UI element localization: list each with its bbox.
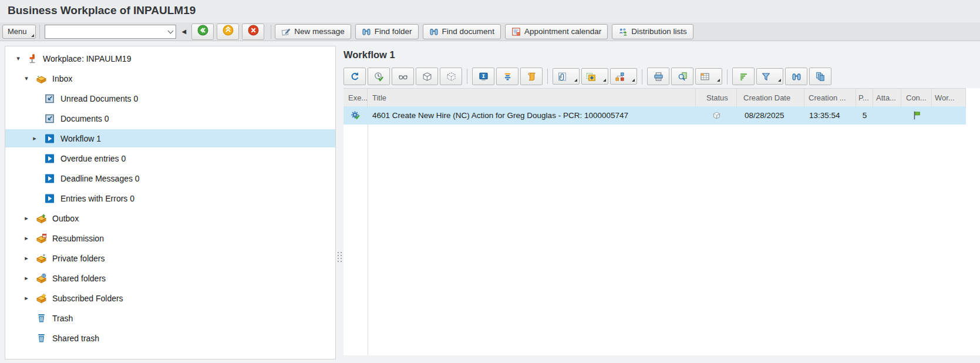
- tree-item[interactable]: Entries with Errors 0: [5, 189, 335, 207]
- tree-item[interactable]: Trash: [5, 309, 335, 327]
- cancel-button[interactable]: [242, 23, 264, 40]
- expand-arrow-icon[interactable]: ▸: [23, 254, 30, 262]
- display-work-item-button[interactable]: [392, 68, 414, 85]
- confirm-cell: [901, 106, 932, 125]
- priority-cell: 5: [856, 106, 873, 125]
- distribution-lists-button[interactable]: Distribution lists: [612, 24, 693, 39]
- print-button[interactable]: [647, 68, 669, 85]
- column-header[interactable]: Creation ...: [804, 89, 856, 106]
- executable-cell[interactable]: [343, 106, 368, 125]
- create-attachment-button[interactable]: [581, 68, 608, 85]
- tree-item[interactable]: Unread Documents 0: [5, 89, 335, 107]
- expand-arrow-icon[interactable]: ▸: [23, 274, 30, 282]
- window-title-bar: Business Workplace of INPAULM19: [0, 0, 980, 22]
- attachment-button[interactable]: [553, 68, 580, 85]
- column-header[interactable]: Title: [368, 89, 696, 106]
- dropdown-arrow-icon[interactable]: [778, 79, 781, 82]
- dropdown-arrow-icon[interactable]: [717, 79, 720, 82]
- tree-item-label: Shared trash: [52, 334, 99, 343]
- find-button[interactable]: [785, 68, 807, 85]
- tree-item[interactable]: ▸ Workflow 1: [5, 129, 335, 147]
- tree-item[interactable]: ▾ Workplace: INPAULM19: [5, 49, 335, 68]
- execute-check-icon[interactable]: [351, 110, 361, 120]
- execute-work-item-icon: [374, 72, 384, 82]
- tree-item-label: Inbox: [52, 74, 72, 83]
- expand-arrow-icon[interactable]: ▾: [15, 55, 22, 62]
- filter-icon: [761, 72, 771, 82]
- expand-arrow-icon[interactable]: ▸: [23, 234, 30, 242]
- panel-splitter[interactable]: [336, 42, 343, 359]
- tree-item[interactable]: ▸ Outbox: [5, 209, 335, 227]
- work-item-display-button[interactable]: [472, 68, 494, 85]
- work-item-row[interactable]: 4601 Create New Hire (NC) Action for Gre…: [343, 106, 966, 125]
- command-input[interactable]: [45, 27, 166, 36]
- expand-arrow-icon[interactable]: ▸: [23, 294, 30, 302]
- print-preview-button[interactable]: [671, 68, 693, 85]
- column-header[interactable]: Atta...: [873, 89, 901, 106]
- outbox-icon: [36, 213, 48, 224]
- workflow-log-button[interactable]: [520, 68, 543, 85]
- tree-item[interactable]: Overdue entries 0: [5, 149, 335, 167]
- expand-arrow-icon[interactable]: ▸: [23, 214, 30, 222]
- dropdown-arrow-icon[interactable]: [603, 79, 606, 82]
- status-cell: [696, 106, 737, 125]
- expand-arrow-icon[interactable]: ▸: [31, 135, 38, 142]
- workflow-log-icon: [527, 72, 537, 82]
- tree-item[interactable]: ▾ Inbox: [5, 69, 335, 88]
- command-combobox[interactable]: [45, 25, 176, 39]
- work-item-title: 4601 Create New Hire (NC) Action for Gre…: [372, 111, 628, 120]
- work-item-display-icon: [479, 72, 489, 82]
- views-button[interactable]: [809, 68, 831, 85]
- sort-button[interactable]: [732, 68, 755, 85]
- find-folder-icon: [362, 27, 371, 36]
- title-cell[interactable]: 4601 Create New Hire (NC) Action for Gre…: [368, 106, 696, 125]
- chevron-down-icon[interactable]: [166, 27, 176, 36]
- workflow-icon: [44, 193, 56, 204]
- tree-item-label: Workflow 1: [60, 134, 101, 143]
- find-folder-button[interactable]: Find folder: [355, 24, 419, 39]
- column-header[interactable]: Con...: [901, 89, 932, 106]
- tree-item[interactable]: ▸ Private folders: [5, 249, 335, 267]
- sort-priority-button[interactable]: [496, 68, 518, 85]
- find-document-button[interactable]: Find document: [423, 24, 501, 39]
- column-header[interactable]: P...: [856, 89, 873, 106]
- tree-item-label: Documents 0: [60, 114, 109, 123]
- back-icon: [197, 25, 208, 38]
- dropdown-arrow-icon[interactable]: [574, 79, 577, 82]
- exit-button[interactable]: [217, 23, 239, 40]
- tree-item[interactable]: ▸ 12 Resubmission: [5, 229, 335, 247]
- filter-button[interactable]: [756, 68, 783, 85]
- table-view-icon: [700, 72, 710, 82]
- resubmission-icon: 12: [36, 233, 48, 244]
- tree-item-label: Unread Documents 0: [60, 94, 138, 103]
- tree-item[interactable]: ▸ Shared folders: [5, 269, 335, 287]
- unread-documents-icon: [44, 93, 56, 104]
- tree-item[interactable]: Deadline Messages 0: [5, 169, 335, 187]
- column-header[interactable]: Wor...: [932, 89, 966, 106]
- dropdown-arrow-icon[interactable]: [632, 79, 635, 82]
- tree-item-label: Private folders: [52, 254, 105, 263]
- column-divider: [368, 88, 368, 355]
- column-header[interactable]: Status: [696, 89, 737, 106]
- tree-item[interactable]: ▸ Subscribed Folders: [5, 289, 335, 307]
- tree-item[interactable]: Shared trash: [5, 329, 335, 347]
- appointment-calendar-icon: 12: [511, 27, 521, 36]
- column-header[interactable]: Creation Date: [737, 89, 804, 106]
- expand-arrow-icon[interactable]: ▾: [23, 75, 30, 82]
- execute-work-item-button[interactable]: [368, 68, 390, 85]
- refresh-button[interactable]: [343, 68, 366, 85]
- tree-item[interactable]: Documents 0: [5, 109, 335, 127]
- back-button[interactable]: [191, 23, 214, 40]
- column-header[interactable]: Exe...: [343, 89, 368, 106]
- new-message-button[interactable]: New message: [275, 24, 351, 39]
- workflow-icon: [44, 133, 56, 144]
- appointment-calendar-button[interactable]: 12 Appointment calendar: [505, 24, 608, 39]
- attachments-cell: [873, 106, 901, 125]
- org-assignment-button[interactable]: [610, 68, 637, 85]
- table-view-button[interactable]: [695, 68, 722, 85]
- collapse-left-icon[interactable]: ◀: [182, 28, 187, 35]
- object-dotted-button[interactable]: [440, 68, 462, 85]
- menu-button[interactable]: Menu: [2, 25, 36, 39]
- work-item-toolbar: [343, 68, 833, 85]
- object-button[interactable]: [416, 68, 438, 85]
